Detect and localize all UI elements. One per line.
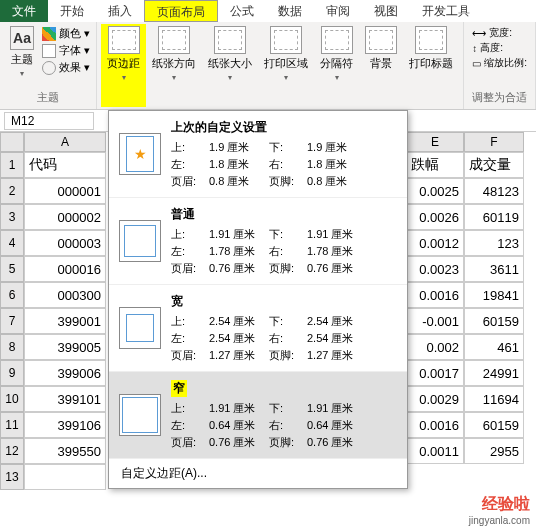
cell[interactable] [24, 464, 106, 490]
cell[interactable]: 60159 [464, 308, 524, 334]
height-icon: ↕ [472, 43, 477, 54]
name-box[interactable] [4, 112, 94, 130]
cell[interactable]: 399006 [24, 360, 106, 386]
cell[interactable]: 399550 [24, 438, 106, 464]
orientation-button[interactable]: 纸张方向▾ [146, 24, 202, 107]
cell[interactable]: 123 [464, 230, 524, 256]
row-header[interactable]: 6 [0, 282, 24, 308]
row-header[interactable]: 9 [0, 360, 24, 386]
tab-insert[interactable]: 插入 [96, 0, 144, 22]
tab-review[interactable]: 审阅 [314, 0, 362, 22]
cell[interactable]: 000003 [24, 230, 106, 256]
print-titles-button[interactable]: 打印标题 [403, 24, 459, 107]
tab-view[interactable]: 视图 [362, 0, 410, 22]
cell[interactable]: 000001 [24, 178, 106, 204]
row-header[interactable]: 7 [0, 308, 24, 334]
row-header[interactable]: 3 [0, 204, 24, 230]
cell[interactable]: 跌幅 [406, 152, 464, 178]
custom-margins-item[interactable]: 自定义边距(A)... [109, 459, 407, 488]
cell[interactable]: 60159 [464, 412, 524, 438]
row-header[interactable]: 5 [0, 256, 24, 282]
tab-formulas[interactable]: 公式 [218, 0, 266, 22]
margins-button[interactable]: 页边距▾ [101, 24, 146, 107]
effects-button[interactable]: 效果 ▾ [42, 60, 90, 75]
cell[interactable]: 0.0025 [406, 178, 464, 204]
tab-home[interactable]: 开始 [48, 0, 96, 22]
cell[interactable]: 000016 [24, 256, 106, 282]
row-header[interactable]: 11 [0, 412, 24, 438]
row-header[interactable]: 4 [0, 230, 24, 256]
cell[interactable]: 代码 [24, 152, 106, 178]
breaks-button[interactable]: 分隔符▾ [314, 24, 359, 107]
cell[interactable]: 成交量 [464, 152, 524, 178]
margin-option-wide[interactable]: 宽 上:2.54 厘米下:2.54 厘米 左:2.54 厘米右:2.54 厘米 … [109, 285, 407, 372]
margin-option-last[interactable]: ★ 上次的自定义设置 上:1.9 厘米下:1.9 厘米 左:1.8 厘米右:1.… [109, 111, 407, 198]
cell[interactable]: 2955 [464, 438, 524, 464]
row-header[interactable]: 12 [0, 438, 24, 464]
row-header[interactable]: 8 [0, 334, 24, 360]
cell[interactable]: 60119 [464, 204, 524, 230]
cell[interactable]: 0.0017 [406, 360, 464, 386]
margins-dropdown: ★ 上次的自定义设置 上:1.9 厘米下:1.9 厘米 左:1.8 厘米右:1.… [108, 110, 408, 489]
chevron-down-icon: ▾ [335, 73, 339, 82]
cell[interactable]: -0.001 [406, 308, 464, 334]
height-row[interactable]: ↕高度: [472, 41, 527, 55]
group-label-scale: 调整为合适 [468, 88, 531, 107]
cell[interactable]: 399001 [24, 308, 106, 334]
cell[interactable]: 461 [464, 334, 524, 360]
cell[interactable]: 0.002 [406, 334, 464, 360]
row-header[interactable]: 2 [0, 178, 24, 204]
watermark-url: jingyanla.com [469, 515, 530, 526]
col-header-E[interactable]: E [406, 132, 464, 152]
tab-developer[interactable]: 开发工具 [410, 0, 482, 22]
cell[interactable]: 0.0023 [406, 256, 464, 282]
margin-option-narrow[interactable]: 窄 上:1.91 厘米下:1.91 厘米 左:0.64 厘米右:0.64 厘米 … [109, 372, 407, 459]
chevron-down-icon: ▾ [228, 73, 232, 82]
cell[interactable]: 000300 [24, 282, 106, 308]
size-icon [214, 26, 246, 54]
cell[interactable]: 0.0012 [406, 230, 464, 256]
select-all-corner[interactable] [0, 132, 24, 152]
size-button[interactable]: 纸张大小▾ [202, 24, 258, 107]
cell[interactable]: 000002 [24, 204, 106, 230]
print-area-button[interactable]: 打印区域▾ [258, 24, 314, 107]
col-header-A[interactable]: A [24, 132, 106, 152]
margins-icon [108, 26, 140, 54]
margin-preview-icon [119, 307, 161, 349]
chevron-down-icon: ▾ [284, 73, 288, 82]
print-area-icon [270, 26, 302, 54]
fonts-button[interactable]: 字体 ▾ [42, 43, 90, 58]
effects-icon [42, 61, 56, 75]
cell[interactable]: 11694 [464, 386, 524, 412]
menubar: 文件 开始 插入 页面布局 公式 数据 审阅 视图 开发工具 [0, 0, 536, 22]
background-button[interactable]: 背景 [359, 24, 403, 107]
cell[interactable]: 48123 [464, 178, 524, 204]
row-header[interactable]: 13 [0, 464, 24, 490]
cell[interactable]: 0.0016 [406, 412, 464, 438]
row-header[interactable]: 10 [0, 386, 24, 412]
colors-button[interactable]: 颜色 ▾ [42, 26, 90, 41]
scale-row[interactable]: ▭缩放比例: [472, 56, 527, 70]
width-icon: ⟷ [472, 28, 486, 39]
orientation-icon [158, 26, 190, 54]
cell[interactable]: 399101 [24, 386, 106, 412]
col-header-F[interactable]: F [464, 132, 524, 152]
cell[interactable]: 399005 [24, 334, 106, 360]
file-menu[interactable]: 文件 [0, 0, 48, 22]
cell[interactable]: 399106 [24, 412, 106, 438]
cell[interactable]: 24991 [464, 360, 524, 386]
cell[interactable]: 3611 [464, 256, 524, 282]
row-header[interactable]: 1 [0, 152, 24, 178]
chevron-down-icon: ▾ [172, 73, 176, 82]
background-icon [365, 26, 397, 54]
themes-button[interactable]: Aa 主题 ▾ [4, 24, 40, 88]
cell[interactable]: 0.0016 [406, 282, 464, 308]
cell[interactable]: 19841 [464, 282, 524, 308]
width-row[interactable]: ⟷宽度: [472, 26, 527, 40]
cell[interactable]: 0.0026 [406, 204, 464, 230]
cell[interactable]: 0.0029 [406, 386, 464, 412]
tab-data[interactable]: 数据 [266, 0, 314, 22]
tab-page-layout[interactable]: 页面布局 [144, 0, 218, 22]
cell[interactable]: 0.0011 [406, 438, 464, 464]
margin-option-normal[interactable]: 普通 上:1.91 厘米下:1.91 厘米 左:1.78 厘米右:1.78 厘米… [109, 198, 407, 285]
